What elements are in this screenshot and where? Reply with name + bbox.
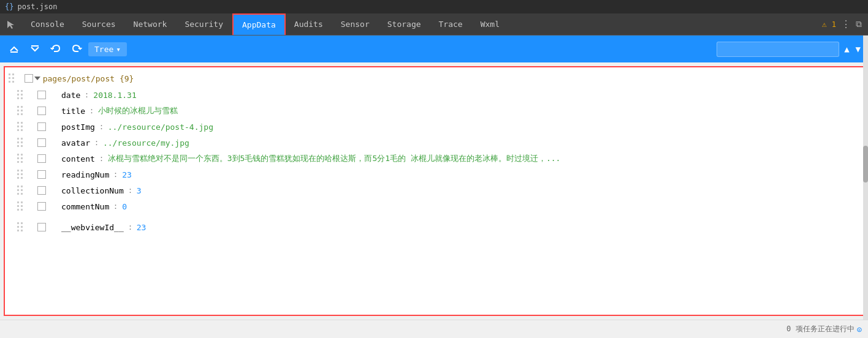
table-row: collectionNum ： 3	[5, 182, 863, 198]
tab-console[interactable]: Console	[22, 13, 74, 35]
val-webviewid: 23	[137, 223, 147, 232]
row-collapse-icon[interactable]	[36, 202, 49, 211]
tab-wxml[interactable]: Wxml	[472, 13, 509, 35]
tree-root-row: pages/post/post {9}	[5, 70, 863, 87]
tree-container: pages/post/post {9} date ： 2018.1.31	[5, 67, 863, 217]
content-wrapper: Tree ▾ ▲ ▼ pages/post/post {9}	[0, 36, 868, 338]
val-commentnum: 0	[122, 202, 127, 211]
table-row: postImg ： ../resource/post-4.jpg	[5, 119, 863, 135]
val-collectionnum: 3	[137, 186, 142, 195]
tab-sensor[interactable]: Sensor	[332, 13, 379, 35]
row-collapse-icon[interactable]	[36, 170, 49, 179]
row-collapse-icon[interactable]	[36, 154, 49, 163]
status-label: 0 项任务正在进行中	[786, 324, 854, 334]
status-bar: 0 项任务正在进行中 ⊙	[0, 320, 868, 338]
row-collapse-icon[interactable]	[36, 186, 49, 195]
table-row: avatar ： ../resource/my.jpg	[5, 135, 863, 151]
key-title: title	[61, 107, 85, 116]
val-readingnum: 23	[122, 170, 132, 179]
key-postimg: postImg	[61, 122, 95, 132]
key-readingnum: readingNum	[61, 170, 109, 179]
key-avatar: avatar	[61, 138, 90, 148]
file-name: post.json	[17, 2, 57, 11]
data-tree-area: pages/post/post {9} date ： 2018.1.31	[4, 66, 864, 316]
table-row: title ： 小时候的冰棍儿与雪糕	[5, 103, 863, 119]
cursor-tool-button[interactable]	[0, 13, 22, 35]
toolbar: Tree ▾ ▲ ▼	[0, 36, 868, 62]
tab-network[interactable]: Network	[125, 13, 177, 35]
redo-button[interactable]	[67, 40, 86, 58]
root-path-label: pages/post/post {9}	[43, 74, 134, 83]
val-title: 小时候的冰棍儿与雪糕	[98, 105, 178, 116]
tree-view-dropdown[interactable]: Tree ▾	[88, 42, 127, 56]
webviewid-row: __webviewId__ ： 23	[5, 219, 863, 235]
node-checkbox[interactable]	[25, 74, 33, 83]
key-commentnum: commentNum	[61, 202, 109, 211]
val-postimg: ../resource/post-4.jpg	[108, 122, 213, 132]
table-row: date ： 2018.1.31	[5, 87, 863, 103]
warning-count: 1	[832, 20, 836, 29]
key-collectionnum: collectionNum	[61, 186, 124, 195]
row-collapse-icon[interactable]	[36, 138, 49, 147]
tab-sources[interactable]: Sources	[74, 13, 125, 35]
search-navigation: ▲ ▼	[842, 43, 863, 55]
key-webviewid: __webviewId__	[61, 223, 124, 232]
search-input[interactable]	[717, 42, 839, 57]
status-text: 0 项任务正在进行中 ⊙	[786, 324, 862, 334]
table-row: content ： 冰棍与雪糕绝对不是同一个东西。3到5毛钱的雪糕犹如现在的哈根…	[5, 151, 863, 167]
search-prev-button[interactable]: ▲	[842, 43, 851, 55]
drag-handle	[9, 73, 15, 83]
tab-security[interactable]: Security	[176, 13, 232, 35]
row-collapse-icon[interactable]	[36, 107, 49, 115]
file-bar: {} post.json	[0, 0, 868, 13]
window-icon[interactable]: ⧉	[856, 19, 862, 29]
row-collapse-icon[interactable]	[36, 91, 49, 99]
row-webviewid-icon[interactable]	[36, 223, 49, 231]
expand-all-button[interactable]	[5, 40, 23, 58]
tab-audits[interactable]: Audits	[286, 13, 332, 35]
file-type-icon: {}	[5, 2, 13, 11]
val-date: 2018.1.31	[93, 91, 136, 100]
search-next-button[interactable]: ▼	[853, 43, 863, 55]
table-row: readingNum ： 23	[5, 167, 863, 182]
collapse-toggle[interactable]	[34, 77, 40, 80]
vertical-scrollbar[interactable]	[863, 36, 868, 320]
scrollbar-thumb[interactable]	[863, 146, 868, 182]
val-content: 冰棍与雪糕绝对不是同一个东西。3到5毛钱的雪糕犹如现在的哈根达斯，而5分1毛的 …	[108, 153, 561, 164]
key-content: content	[61, 154, 95, 163]
tab-bar: Console Sources Network Security AppData…	[0, 13, 868, 36]
val-avatar: ../resource/my.jpg	[103, 138, 189, 148]
status-spinner-icon: ⊙	[857, 325, 862, 334]
key-date: date	[61, 91, 80, 100]
collapse-all-button[interactable]	[26, 40, 44, 58]
table-row: commentNum ： 0	[5, 198, 863, 214]
tab-appdata[interactable]: AppData	[232, 13, 286, 35]
menu-icon[interactable]: ⋮	[841, 18, 851, 30]
undo-button[interactable]	[47, 40, 65, 58]
tab-trace[interactable]: Trace	[430, 13, 472, 35]
tab-storage[interactable]: Storage	[379, 13, 430, 35]
warning-icon: ⚠	[822, 20, 827, 29]
row-collapse-icon[interactable]	[36, 122, 49, 131]
